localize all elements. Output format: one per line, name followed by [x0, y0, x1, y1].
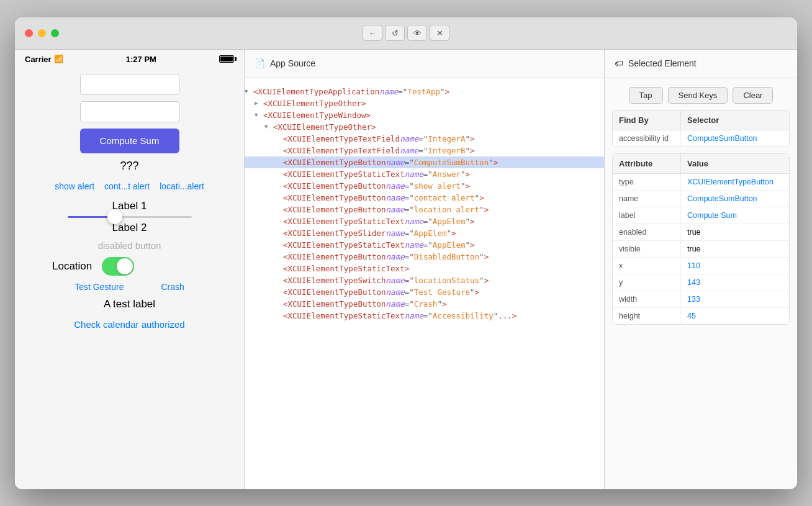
tree-item[interactable]: <XCUIElementTypeApplication name="TestAp… — [245, 86, 604, 97]
tree-punc: " — [489, 158, 494, 167]
time-display: 1:27 PM — [126, 55, 156, 64]
tree-item[interactable]: <XCUIElementTypeButton name="location al… — [245, 204, 604, 215]
label-section: Label 1 Label 2 — [27, 200, 232, 234]
tree-item[interactable]: <XCUIElementTypeButton name="Test Gestur… — [245, 286, 604, 298]
tree-item[interactable]: <XCUIElementTypeStaticText name="AppElem… — [245, 215, 604, 227]
tree-punc: " — [494, 311, 498, 320]
tap-button[interactable]: Tap — [629, 87, 663, 104]
tree-tag: <XCUIElementTypeButton — [283, 299, 386, 309]
battery-area — [219, 55, 234, 63]
tree-item[interactable]: <XCUIElementTypeOther> — [245, 121, 604, 133]
tree-item[interactable]: <XCUIElementTypeButton name="ComputeSumB… — [245, 156, 604, 168]
location-toggle[interactable] — [102, 257, 134, 276]
calendar-link[interactable]: Check calendar authorized — [74, 319, 184, 330]
tree-tag: <XCUIElementTypeButton — [283, 252, 386, 261]
selected-element-title: Selected Element — [628, 58, 697, 68]
tree-attr-val: locationStatus — [414, 276, 479, 285]
tree-tag: <XCUIElementTypeStaticText — [283, 169, 405, 179]
show-alert-link[interactable]: show alert — [55, 181, 94, 191]
attr-key: height — [613, 308, 681, 324]
alert-links: show alert cont...t alert locati...alert — [55, 181, 204, 191]
attr-key: name — [613, 191, 681, 207]
tree-attr-name: name — [379, 87, 398, 96]
integer-b-field[interactable] — [80, 101, 179, 122]
tree-punc: " — [479, 252, 484, 261]
location-alert-link[interactable]: locati...alert — [160, 181, 204, 191]
tree-attr-name: name — [405, 169, 423, 179]
tree-item[interactable]: <XCUIElementTypeStaticText> — [245, 263, 604, 274]
tree-item[interactable]: <XCUIElementTypeStaticText name="AppElem… — [245, 239, 604, 251]
tree-item[interactable]: <XCUIElementTypeButton name="contact ale… — [245, 192, 604, 204]
tree-attr-name: name — [405, 217, 423, 226]
tree-punc: " — [440, 87, 445, 96]
attribute-row: y 143 — [613, 274, 789, 291]
integer-a-field[interactable] — [80, 74, 179, 95]
send-keys-button[interactable]: Send Keys — [668, 87, 728, 104]
tree-attr-name: name — [386, 276, 405, 285]
back-button[interactable]: ← — [363, 25, 382, 41]
tree-attr-val: Accessibility — [433, 311, 494, 320]
eye-button[interactable]: 👁 — [407, 25, 427, 41]
test-gesture-link[interactable]: Test Gesture — [74, 282, 124, 292]
tree-tag: <XCUIElementTypeSwitch — [283, 276, 386, 285]
tree-punc: " — [437, 299, 442, 309]
tree-arrow-open[interactable] — [245, 88, 253, 94]
tree-punc: " — [466, 240, 471, 250]
attr-key: type — [613, 174, 681, 190]
tree-punc: " — [466, 217, 471, 226]
tree-attr-val: IntegerB — [428, 146, 465, 155]
main-content: Carrier 📶 1:27 PM Compute Sum ??? — [15, 50, 797, 489]
find-by-table-header: Find By Selector — [613, 111, 789, 130]
app-source-header: 📄 App Source — [245, 50, 604, 78]
source-tree[interactable]: <XCUIElementTypeApplication name="TestAp… — [245, 78, 604, 489]
toggle-knob — [117, 258, 133, 274]
tree-item[interactable]: <XCUIElementTypeStaticText name="Answer"… — [245, 168, 604, 180]
tree-tag-suffix: > — [494, 158, 498, 167]
tree-item[interactable]: <XCUIElementTypeTextField name="IntegerB… — [245, 145, 604, 156]
tree-punc: " — [466, 146, 471, 155]
contact-alert-link[interactable]: cont...t alert — [104, 181, 150, 191]
tree-item[interactable]: <XCUIElementTypeOther> — [245, 97, 604, 109]
app-slider[interactable] — [68, 216, 192, 218]
tree-attr-val: Test Gesture — [414, 287, 470, 297]
tree-item[interactable]: <XCUIElementTypeTextField name="IntegerA… — [245, 133, 604, 145]
tree-arrow-open[interactable] — [264, 124, 273, 130]
tree-tag-suffix: > — [484, 276, 489, 285]
tree-item[interactable]: <XCUIElementTypeSwitch name="locationSta… — [245, 274, 604, 286]
attribute-row: label Compute Sum — [613, 207, 789, 224]
find-by-row: accessibility id ComputeSumButton — [613, 130, 789, 147]
attribute-row: name ComputeSumButton — [613, 191, 789, 207]
refresh-button[interactable]: ↺ — [385, 25, 405, 41]
tree-punc: " — [461, 181, 466, 191]
tree-punc: =" — [405, 228, 414, 238]
tree-punc: =" — [405, 276, 414, 285]
crash-link[interactable]: Crash — [161, 282, 184, 292]
compute-sum-button[interactable]: Compute Sum — [80, 129, 179, 153]
tree-arrow-open[interactable] — [255, 112, 263, 118]
tree-attr-val: show alert — [414, 181, 461, 191]
clear-button[interactable]: Clear — [733, 87, 773, 104]
tree-arrow-closed[interactable] — [255, 100, 263, 106]
tree-item[interactable]: <XCUIElementTypeWindow> — [245, 109, 604, 121]
close-traffic-light[interactable] — [25, 29, 33, 37]
tree-tag: <XCUIElementTypeStaticText — [283, 311, 405, 320]
tree-item[interactable]: <XCUIElementTypeButton name="DisabledBut… — [245, 251, 604, 263]
tree-tag: <XCUIElementTypeStaticText — [283, 217, 405, 226]
tree-item[interactable]: <XCUIElementTypeStaticText name="Accessi… — [245, 310, 604, 322]
tree-item[interactable]: <XCUIElementTypeSlider name="AppElem"> — [245, 227, 604, 239]
tree-item[interactable]: <XCUIElementTypeButton name="Crash"> — [245, 298, 604, 310]
minimize-traffic-light[interactable] — [38, 29, 46, 37]
attr-value: ComputeSumButton — [681, 191, 789, 207]
zoom-traffic-light[interactable] — [51, 29, 59, 37]
attribute-row: type XCUIElementTypeButton — [613, 174, 789, 191]
tree-punc: " — [446, 228, 451, 238]
tree-tag-suffix: > — [470, 146, 475, 155]
attribute-col-header: Attribute — [613, 154, 681, 173]
tree-punc: =" — [405, 252, 414, 261]
tree-tag-suffix: > — [470, 217, 475, 226]
attributes-table-header: Attribute Value — [613, 154, 789, 174]
tree-item[interactable]: <XCUIElementTypeButton name="show alert"… — [245, 180, 604, 192]
close-button[interactable]: ✕ — [430, 25, 449, 41]
tree-tag-suffix: > — [470, 134, 475, 143]
tree-attr-val: contact alert — [414, 193, 475, 202]
